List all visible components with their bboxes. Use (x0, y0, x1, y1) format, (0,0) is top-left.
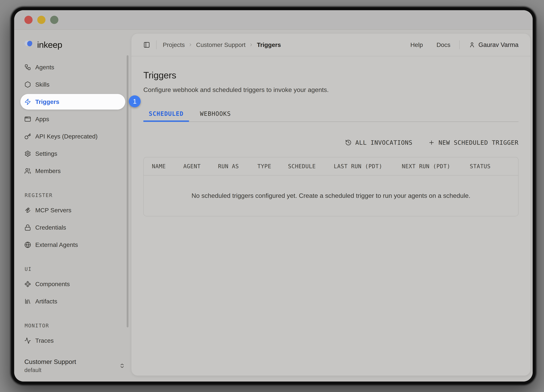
sidebar-item-mcp-servers[interactable]: MCP Servers (20, 202, 125, 218)
mcp-icon (24, 207, 31, 214)
scheduled-triggers-table: NAME AGENT RUN AS TYPE SCHEDULE LAST RUN… (143, 157, 519, 216)
table-empty-state: No scheduled triggers configured yet. Cr… (144, 175, 518, 216)
page-title: Triggers (143, 70, 519, 81)
docs-link[interactable]: Docs (437, 41, 450, 48)
tab-scheduled[interactable]: SCHEDULED (143, 110, 189, 121)
column-header-name: NAME (152, 163, 183, 170)
lock-icon (24, 224, 31, 231)
sidebar-item-members[interactable]: Members (20, 163, 125, 179)
trigger-tabs: SCHEDULED WEBHOOKS (143, 110, 519, 122)
close-window-button[interactable] (24, 16, 33, 24)
sidebar-item-label: Traces (35, 337, 54, 344)
sidebar-item-agents[interactable]: Agents (20, 59, 125, 75)
header-divider (459, 40, 460, 49)
window-titlebar (14, 10, 533, 30)
sidebar-item-label: API Keys (Deprecated) (35, 133, 98, 140)
header-actions: Help Docs Gaurav Varma (410, 40, 519, 49)
components-icon (24, 281, 31, 287)
column-header-agent: AGENT (183, 163, 218, 170)
main-header: Projects Customer Support Triggers Help … (131, 34, 530, 56)
user-name: Gaurav Varma (479, 41, 519, 48)
plus-icon (428, 139, 435, 146)
sidebar-item-label: Agents (35, 64, 54, 71)
app-body: inkeep Agents Skills Triggers Apps (14, 30, 533, 381)
all-invocations-button[interactable]: ALL INVOCATIONS (345, 139, 412, 146)
sidebar-item-skills[interactable]: Skills (20, 77, 125, 92)
brand-wordmark: inkeep (37, 40, 62, 50)
sidebar-section-ui: UI (25, 266, 131, 272)
users-icon (24, 168, 31, 174)
sidebar-item-label: Components (35, 281, 70, 288)
main-content: Triggers Configure webhook and scheduled… (131, 56, 530, 375)
workspace-switcher[interactable]: Customer Support default (24, 358, 125, 373)
column-header-type: TYPE (257, 163, 288, 170)
table-actions: ALL INVOCATIONS NEW SCHEDULED TRIGGER (143, 136, 519, 149)
user-icon (469, 42, 475, 48)
column-header-status: STATUS (470, 163, 518, 170)
sidebar-item-external-agents[interactable]: External Agents (20, 237, 125, 253)
sidebar-item-label: Skills (35, 81, 49, 88)
empty-state-message: No scheduled triggers configured yet. Cr… (192, 192, 470, 199)
inkeep-logo-icon (22, 39, 35, 50)
sidebar-item-label: External Agents (35, 241, 78, 248)
new-scheduled-trigger-button[interactable]: NEW SCHEDULED TRIGGER (428, 139, 519, 146)
breadcrumb-triggers: Triggers (257, 41, 281, 48)
page-description: Configure webhook and scheduled triggers… (143, 86, 519, 94)
sidebar-item-label: Artifacts (35, 298, 57, 305)
hexagon-icon (24, 81, 31, 88)
sidebar-item-credentials[interactable]: Credentials (20, 220, 125, 235)
sidebar-toggle-button[interactable] (143, 42, 150, 48)
key-icon (24, 133, 31, 140)
sidebar-nav: Agents Skills Triggers Apps API Keys (De… (20, 59, 131, 350)
inkeep-logo: inkeep (22, 39, 131, 51)
sidebar-item-label: MCP Servers (35, 207, 71, 214)
column-header-run-as: RUN AS (218, 163, 257, 170)
history-icon (345, 139, 352, 146)
sidebar-item-label: Credentials (35, 224, 66, 231)
main-panel: Projects Customer Support Triggers Help … (131, 33, 531, 376)
sidebar-item-artifacts[interactable]: Artifacts (20, 293, 125, 309)
zap-icon (24, 99, 31, 105)
sidebar-item-triggers[interactable]: Triggers (20, 94, 125, 110)
sidebar-item-components[interactable]: Components (20, 276, 125, 292)
column-header-next-run: NEXT RUN (PDT) (402, 163, 470, 170)
panel-left-icon (143, 42, 150, 48)
workflow-icon (24, 64, 31, 71)
header-divider (156, 40, 157, 49)
all-invocations-label: ALL INVOCATIONS (355, 139, 412, 146)
library-icon (24, 298, 31, 305)
app-window-icon (24, 116, 31, 122)
table-header-row: NAME AGENT RUN AS TYPE SCHEDULE LAST RUN… (144, 157, 518, 175)
activity-icon (24, 337, 31, 344)
zoom-window-button[interactable] (50, 16, 58, 24)
tab-webhooks[interactable]: WEBHOOKS (195, 110, 236, 121)
workspace-environment: default (24, 367, 76, 373)
user-menu[interactable]: Gaurav Varma (469, 41, 519, 48)
new-scheduled-trigger-label: NEW SCHEDULED TRIGGER (438, 139, 519, 146)
breadcrumb: Projects Customer Support Triggers (156, 40, 281, 49)
help-link[interactable]: Help (410, 41, 423, 48)
sidebar-item-label: Members (35, 167, 61, 174)
column-header-schedule: SCHEDULE (288, 163, 334, 170)
sidebar: inkeep Agents Skills Triggers Apps (14, 30, 131, 381)
sidebar-item-label: Apps (35, 116, 49, 123)
minimize-window-button[interactable] (37, 16, 46, 24)
sidebar-item-label: Settings (35, 150, 57, 157)
sidebar-item-apps[interactable]: Apps (20, 111, 125, 127)
workspace-project-name: Customer Support (24, 358, 76, 366)
app-window: inkeep Agents Skills Triggers Apps (14, 10, 533, 381)
globe-icon (24, 242, 31, 248)
gear-icon (24, 150, 31, 157)
breadcrumb-projects[interactable]: Projects (163, 41, 185, 48)
sidebar-item-settings[interactable]: Settings (20, 146, 125, 161)
sidebar-scrollbar[interactable] (127, 55, 129, 327)
sidebar-section-register: REGISTER (25, 192, 131, 198)
sidebar-item-label: Triggers (35, 98, 59, 105)
sidebar-section-monitor: MONITOR (25, 323, 131, 328)
annotation-step-badge: 1 (129, 95, 141, 107)
chevrons-up-down-icon (119, 363, 125, 369)
breadcrumb-customer-support[interactable]: Customer Support (196, 41, 246, 48)
sidebar-item-traces[interactable]: Traces (20, 333, 125, 348)
sidebar-item-api-keys[interactable]: API Keys (Deprecated) (20, 129, 125, 144)
chevron-right-icon (188, 42, 193, 47)
